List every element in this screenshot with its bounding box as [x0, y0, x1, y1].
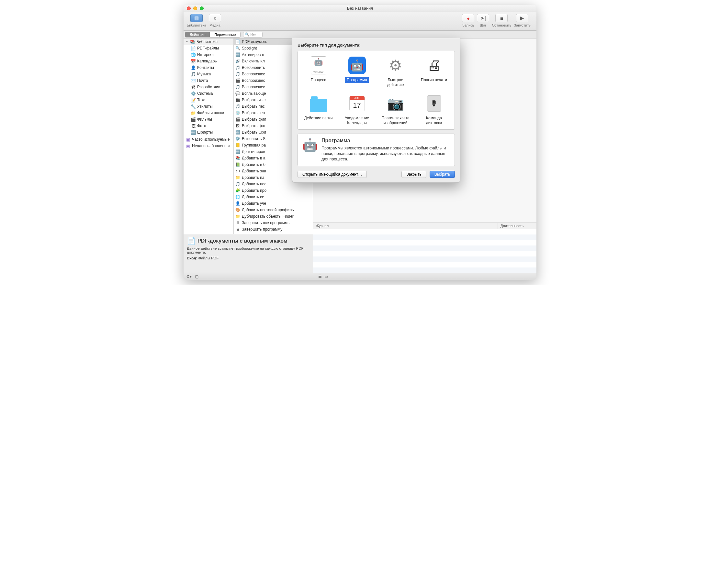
action-icon: 📚: [235, 155, 240, 161]
action-icon: 💬: [235, 91, 240, 96]
category-icon: 🔧: [191, 104, 196, 109]
log-col-duration[interactable]: Длительность: [498, 223, 536, 229]
action-icon: 👤: [235, 201, 240, 206]
action-icon: 🎬: [235, 97, 240, 103]
type-wflow[interactable]: WFLOWПроцесс: [300, 56, 336, 88]
action-icon: 💿: [235, 110, 240, 115]
disclosure-triangle-icon[interactable]: ▼: [185, 40, 189, 43]
action-icon: 🎵: [235, 104, 240, 109]
run-icon: ▶: [516, 14, 528, 22]
type-app[interactable]: 🤖Программа: [339, 56, 375, 88]
sidebar-item[interactable]: 🎬Фильмы: [184, 116, 234, 123]
workflow-file-icon: WFLOW: [311, 56, 326, 75]
action-icon: 🎬: [235, 117, 240, 122]
sidebar-item[interactable]: 📁Файлы и папки: [184, 110, 234, 116]
type-mic[interactable]: 🎙Команда диктовки: [416, 94, 452, 126]
tab-variables[interactable]: Переменные: [210, 32, 240, 37]
close-button[interactable]: Закрыть: [401, 171, 426, 178]
app-large-icon: 🤖: [302, 138, 318, 162]
library-icon: ▥: [191, 14, 203, 22]
action-item[interactable]: 🖥Завершить все программы: [234, 219, 313, 226]
sidebar-item[interactable]: 🔧Утилиты: [184, 103, 234, 110]
action-item[interactable]: 🌐Добавить сет: [234, 194, 313, 200]
sidebar-item[interactable]: ✉️Почта: [184, 77, 234, 84]
calendar-icon: JUL17: [349, 96, 365, 111]
action-icon: 📗: [235, 162, 240, 167]
open-existing-button[interactable]: Открыть имеющийся документ…: [298, 171, 367, 178]
library-button[interactable]: ▥ Библиотека: [187, 14, 206, 27]
printer-icon: 🖨: [427, 57, 441, 74]
choose-button[interactable]: Выбрать: [429, 171, 455, 178]
action-icon: 🖥: [235, 220, 240, 226]
sidebar-recent[interactable]: ▣ Недавно…бавленные: [184, 143, 234, 149]
action-item[interactable]: 🧩Добавить про: [234, 187, 313, 194]
action-icon: 📁: [235, 214, 240, 219]
sidebar-item[interactable]: 🔤Шрифты: [184, 129, 234, 135]
action-icon: 🔤: [235, 130, 240, 135]
run-button[interactable]: ▶ Запустить: [514, 14, 531, 27]
action-item[interactable]: 🖥Завершить программу: [234, 226, 313, 233]
stop-button[interactable]: ■ Остановить: [492, 14, 511, 27]
category-icon: 👤: [191, 65, 196, 70]
action-icon: 📒: [235, 143, 240, 148]
search-input[interactable]: 🔍 Имя: [243, 32, 263, 38]
action-icon: 🔤: [235, 149, 240, 154]
media-button[interactable]: ♫ Медиа: [209, 14, 221, 27]
step-icon: ➤|: [477, 14, 489, 22]
sidebar-item[interactable]: ⚙️Система: [184, 90, 234, 97]
type-gear[interactable]: ⚙︎Быстрое действие: [378, 56, 414, 88]
record-icon: ●: [462, 14, 474, 22]
gear-menu-icon[interactable]: ⚙︎▾: [186, 274, 192, 279]
action-item[interactable]: 👤Добавить уче: [234, 200, 313, 207]
log-rows: [313, 229, 536, 273]
type-printer[interactable]: 🖨Плагин печати: [416, 56, 452, 88]
document-type-sheet: Выберите тип для документа: WFLOWПроцесс…: [292, 38, 460, 183]
action-icon: 📁: [235, 175, 240, 180]
action-icon: ⚙️: [235, 136, 240, 141]
sidebar-library[interactable]: ▼ 📚 Библиотека: [184, 39, 234, 45]
folder-icon: [310, 99, 327, 112]
category-icon: 📝: [191, 97, 196, 103]
record-button[interactable]: ● Запись: [462, 14, 474, 27]
view-flow-icon[interactable]: ▭: [324, 274, 328, 279]
type-grid: WFLOWПроцесс🤖Программа⚙︎Быстрое действие…: [298, 51, 455, 130]
sidebar-item[interactable]: 🛠Разработчик: [184, 84, 234, 90]
step-button[interactable]: ➤| Шаг: [477, 14, 489, 27]
category-icon: ⚙️: [191, 91, 196, 96]
action-item[interactable]: 📁Дублировать объекты Finder: [234, 213, 313, 219]
sidebar-item[interactable]: 🖼Фото: [184, 123, 234, 129]
sidebar-frequent[interactable]: ▣ Часто используемые: [184, 136, 234, 143]
category-icon: 🎵: [191, 71, 196, 77]
type-cam[interactable]: 📷Плагин захвата изображений: [378, 94, 414, 126]
sidebar-item[interactable]: 📝Текст: [184, 97, 234, 103]
sidebar-item[interactable]: 👤Контакты: [184, 64, 234, 71]
quicklook-icon[interactable]: ▢: [195, 274, 198, 279]
action-icon: 🎬: [235, 78, 240, 83]
camera-icon: 📷: [387, 96, 404, 111]
action-icon: 🖥: [235, 227, 240, 232]
view-list-icon[interactable]: ☰: [318, 274, 322, 279]
action-icon: 🔊: [235, 59, 240, 64]
window-title: Без названия: [184, 6, 536, 11]
category-icon: 🔤: [191, 130, 196, 135]
action-icon: 🔍: [235, 46, 240, 51]
sidebar-item[interactable]: 🌐Интернет: [184, 51, 234, 58]
smart-folder-icon: ▣: [185, 143, 191, 148]
category-icon: ✉️: [191, 78, 196, 83]
log-col-journal[interactable]: Журнал: [313, 223, 498, 229]
action-item[interactable]: 🎨Добавить цветовой профиль: [234, 207, 313, 213]
sidebar-item[interactable]: 🎵Музыка: [184, 71, 234, 77]
action-icon: 🧩: [235, 188, 240, 193]
type-cal[interactable]: JUL17Уведомление Календаря: [339, 94, 375, 126]
search-icon: 🔍: [245, 32, 249, 37]
tab-actions[interactable]: Действия: [185, 32, 210, 37]
action-large-icon: 📄: [187, 237, 196, 245]
sidebar-item[interactable]: 📅Календарь: [184, 58, 234, 64]
type-folder[interactable]: Действие папки: [300, 94, 336, 126]
category-icon: 📁: [191, 110, 196, 115]
app-window: Без названия ▥ Библиотека ♫ Медиа ● Запи…: [184, 5, 536, 280]
sidebar-item[interactable]: 📄PDF-файлы: [184, 45, 234, 51]
app-icon: 🤖: [348, 57, 366, 74]
tab-segment: Действия Переменные: [185, 32, 241, 38]
category-icon: 📄: [191, 46, 196, 51]
